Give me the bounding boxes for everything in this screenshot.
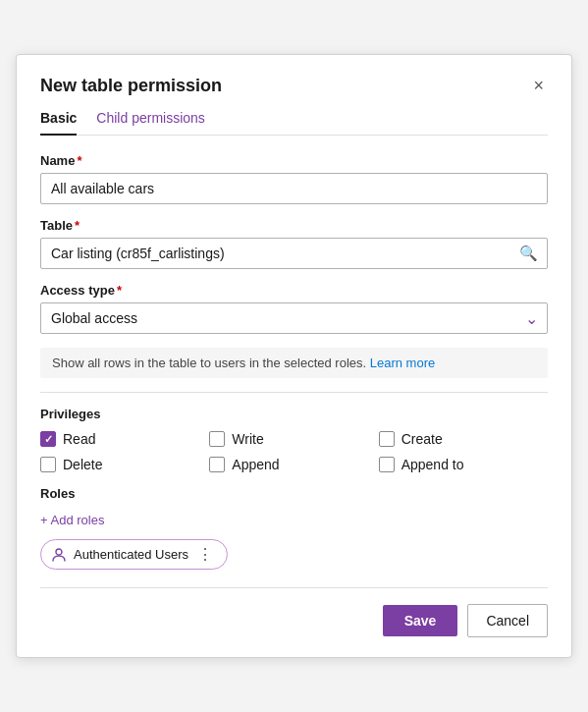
divider-privileges bbox=[40, 392, 548, 393]
name-field-group: Name* bbox=[40, 153, 548, 204]
privilege-create[interactable]: Create bbox=[379, 431, 548, 447]
new-table-permission-dialog: New table permission × Basic Child permi… bbox=[16, 54, 572, 658]
close-button[interactable]: × bbox=[529, 75, 548, 96]
user-icon bbox=[51, 547, 67, 563]
roles-label: Roles bbox=[40, 486, 548, 501]
dialog-header: New table permission × bbox=[40, 75, 548, 96]
role-tag-authenticated-users: Authenticated Users ⋮ bbox=[40, 539, 228, 570]
table-input-wrapper: 🔍 bbox=[40, 238, 548, 269]
checkbox-append-to[interactable] bbox=[379, 457, 395, 472]
add-roles-button[interactable]: + Add roles bbox=[40, 511, 104, 529]
checkbox-read[interactable] bbox=[40, 431, 56, 447]
name-input[interactable] bbox=[40, 173, 548, 204]
checkbox-create[interactable] bbox=[379, 431, 395, 447]
role-tag-menu-icon[interactable]: ⋮ bbox=[195, 545, 215, 564]
svg-point-0 bbox=[56, 549, 62, 555]
access-type-info-box: Show all rows in the table to users in t… bbox=[40, 348, 548, 378]
privilege-read[interactable]: Read bbox=[40, 431, 209, 447]
learn-more-link[interactable]: Learn more bbox=[370, 356, 435, 370]
checkbox-write[interactable] bbox=[209, 431, 225, 447]
dialog-footer: Save Cancel bbox=[40, 587, 548, 637]
save-button[interactable]: Save bbox=[383, 605, 458, 636]
privileges-grid: Read Write Create Delete Append Append bbox=[40, 431, 548, 472]
access-type-select[interactable]: Global access bbox=[40, 302, 548, 334]
privilege-append[interactable]: Append bbox=[209, 457, 378, 472]
table-input[interactable] bbox=[40, 238, 548, 269]
table-label: Table* bbox=[40, 218, 548, 233]
privilege-delete[interactable]: Delete bbox=[40, 457, 209, 472]
privileges-label: Privileges bbox=[40, 407, 548, 421]
checkbox-delete[interactable] bbox=[40, 457, 56, 472]
checkbox-append[interactable] bbox=[209, 457, 225, 472]
access-type-field-group: Access type* Global access ⌄ bbox=[40, 283, 548, 334]
tab-child-permissions[interactable]: Child permissions bbox=[96, 110, 204, 136]
dialog-title: New table permission bbox=[40, 76, 222, 96]
privilege-append-to[interactable]: Append to bbox=[379, 457, 548, 472]
privileges-section: Privileges Read Write Create Delete bbox=[40, 407, 548, 472]
roles-list: Authenticated Users ⋮ bbox=[40, 539, 548, 570]
privilege-write[interactable]: Write bbox=[209, 431, 378, 447]
table-field-group: Table* 🔍 bbox=[40, 218, 548, 269]
access-type-label: Access type* bbox=[40, 283, 548, 298]
tab-basic[interactable]: Basic bbox=[40, 110, 77, 136]
role-tag-name: Authenticated Users bbox=[74, 547, 188, 562]
tab-bar: Basic Child permissions bbox=[40, 110, 548, 136]
cancel-button[interactable]: Cancel bbox=[467, 604, 548, 637]
name-label: Name* bbox=[40, 153, 548, 168]
roles-section: Roles + Add roles Authenticated Users ⋮ bbox=[40, 486, 548, 570]
access-type-select-wrapper: Global access ⌄ bbox=[40, 302, 548, 334]
